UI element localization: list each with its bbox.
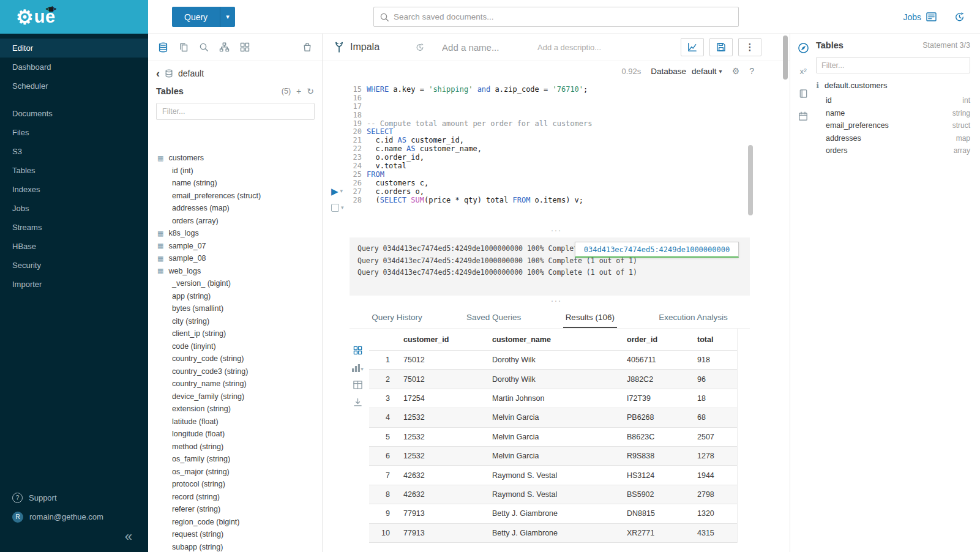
- query-description-input[interactable]: [537, 43, 614, 52]
- tree-item[interactable]: extension (string): [148, 403, 322, 416]
- column-header[interactable]: customer_name: [487, 335, 622, 344]
- code-lines[interactable]: WHERE a.key = 'shipping' and a.zip_code …: [367, 86, 743, 204]
- sidebar-item[interactable]: ▤ Documents: [0, 104, 148, 123]
- tree-item[interactable]: country_code3 (string): [148, 365, 322, 378]
- save-button[interactable]: [709, 38, 733, 56]
- sidebar-item-user[interactable]: R romain@gethue.com: [0, 507, 148, 526]
- tree-item[interactable]: latitude (float): [148, 416, 322, 428]
- column-header[interactable]: customer_id: [398, 335, 487, 344]
- search-input[interactable]: [394, 12, 733, 21]
- resize-handle[interactable]: ···: [323, 227, 790, 236]
- table-row[interactable]: 4 12532 Melvin Garcia PB6268 68: [369, 408, 737, 427]
- tree-item[interactable]: bytes (smallint): [148, 302, 322, 315]
- sidebar-item[interactable]: ☁ S3: [0, 142, 148, 161]
- chart-button[interactable]: [681, 38, 704, 56]
- more-actions-button[interactable]: ⋮: [738, 38, 761, 56]
- table-row[interactable]: 5 12532 Melvin Garcia B8623C 2507: [369, 428, 737, 447]
- add-table-icon[interactable]: +: [296, 87, 301, 95]
- resize-handle[interactable]: ···: [323, 297, 790, 306]
- sidebar-item[interactable]: </> Editor: [0, 39, 148, 58]
- table-row[interactable]: 1 75012 Dorothy Wilk 4056711 918: [369, 351, 737, 370]
- tree-item[interactable]: longitude (float): [148, 428, 322, 441]
- schedule-icon[interactable]: [798, 111, 808, 121]
- main-scrollbar[interactable]: [783, 35, 788, 80]
- sidebar-item[interactable]: ⇄ Importer: [0, 275, 148, 294]
- query-history-icon[interactable]: [954, 12, 965, 23]
- database-value[interactable]: default: [692, 67, 717, 76]
- column-row[interactable]: email_preferences struct: [816, 119, 970, 132]
- tree-item[interactable]: os_family (string): [148, 453, 322, 466]
- column-header[interactable]: total: [692, 335, 737, 344]
- table-row[interactable]: 7 42632 Raymond S. Vestal HS3124 1944: [369, 466, 737, 485]
- column-row[interactable]: id int: [816, 94, 970, 107]
- tree-item[interactable]: method (string): [148, 441, 322, 453]
- table-filter-input[interactable]: [156, 103, 315, 120]
- tree-item[interactable]: email_preferences (struct): [148, 190, 322, 203]
- query-button[interactable]: Query: [172, 7, 220, 27]
- table-row[interactable]: 10 77913 Betty J. Giambrone XR2771 4315: [369, 524, 737, 543]
- tree-item[interactable]: region_code (bigint): [148, 516, 322, 529]
- table-row[interactable]: 9 77913 Betty J. Giambrone DN8815 1320: [369, 504, 737, 523]
- editor-assistant-icon[interactable]: [798, 42, 809, 54]
- sql-databases-icon[interactable]: [158, 42, 168, 53]
- columns-icon[interactable]: [353, 381, 362, 389]
- download-icon[interactable]: [353, 398, 362, 407]
- tree-item[interactable]: protocol (string): [148, 478, 322, 491]
- result-tab[interactable]: Saved Queries: [464, 308, 523, 328]
- help-icon[interactable]: ?: [749, 66, 754, 76]
- tree-item[interactable]: client_ip (string): [148, 327, 322, 340]
- result-tab[interactable]: Query History: [369, 308, 425, 328]
- sidebar-item[interactable]: ◉ Jobs: [0, 199, 148, 218]
- settings-gear-icon[interactable]: ⚙: [732, 66, 740, 76]
- tree-item[interactable]: city (string): [148, 315, 322, 328]
- tree-item[interactable]: app (string): [148, 290, 322, 303]
- execute-button[interactable]: ▶: [331, 187, 339, 196]
- active-table-name[interactable]: default.customers: [825, 81, 888, 90]
- sidebar-item[interactable]: ▦ Tables: [0, 161, 148, 180]
- tree-item[interactable]: os_major (string): [148, 466, 322, 479]
- sidebar-item[interactable]: ≋ Streams: [0, 218, 148, 237]
- tree-item[interactable]: code (tinyint): [148, 340, 322, 353]
- table-row[interactable]: 6 12532 Melvin Garcia R9S838 1278: [369, 447, 737, 466]
- active-table-row[interactable]: ℹ default.customers: [816, 76, 970, 94]
- tree-item[interactable]: country_name (string): [148, 378, 322, 390]
- chart-view-icon[interactable]: ▾: [351, 364, 364, 372]
- table-row[interactable]: 8 42632 Raymond S. Vestal BS5902 2798: [369, 485, 737, 504]
- documents-source-icon[interactable]: [179, 42, 189, 52]
- tree-item[interactable]: record (string): [148, 491, 322, 504]
- sidebar-item[interactable]: ◷ Scheduler: [0, 76, 148, 95]
- grid-view-icon[interactable]: [353, 346, 362, 355]
- tree-item[interactable]: device_family (string): [148, 390, 322, 403]
- sidebar-item-support[interactable]: ? Support: [0, 488, 148, 507]
- result-tab[interactable]: Execution Analysis: [656, 308, 730, 328]
- tree-item[interactable]: ▦ web_logs: [148, 265, 322, 278]
- snippet-history-icon[interactable]: [415, 43, 425, 52]
- breadcrumb-database[interactable]: default: [178, 69, 204, 78]
- tree-item[interactable]: subapp (string): [148, 541, 322, 552]
- query-name-input[interactable]: [442, 42, 522, 53]
- tree-item[interactable]: ▦ sample_07: [148, 240, 322, 253]
- sidebar-item[interactable]: ▩ HBase: [0, 237, 148, 256]
- tree-item[interactable]: country_code (string): [148, 352, 322, 365]
- query-id-tooltip[interactable]: 034d413ec7474ed5:4249de1000000000: [575, 242, 739, 258]
- query-dropdown-button[interactable]: ▾: [220, 7, 235, 27]
- tree-item[interactable]: ▦ k8s_logs: [148, 227, 322, 240]
- sidebar-collapse-button[interactable]: «: [125, 530, 132, 543]
- right-filter-input[interactable]: [816, 57, 970, 73]
- search-source-icon[interactable]: [199, 42, 209, 52]
- statement-selector[interactable]: ▾: [331, 204, 344, 212]
- back-icon[interactable]: ‹: [156, 68, 160, 79]
- tree-item[interactable]: orders (array): [148, 215, 322, 228]
- tree-item[interactable]: id (int): [148, 165, 322, 177]
- refresh-icon[interactable]: ↻: [307, 87, 314, 95]
- sidebar-item[interactable]: ▣ Security: [0, 256, 148, 275]
- column-row[interactable]: addresses map: [816, 132, 970, 145]
- functions-icon[interactable]: x²: [799, 67, 806, 76]
- hue-logo[interactable]: ⚙ ue: [0, 0, 148, 34]
- apps-grid-icon[interactable]: [240, 42, 250, 52]
- hdfs-sitemap-icon[interactable]: [219, 42, 230, 52]
- info-icon[interactable]: ℹ: [816, 81, 819, 90]
- tree-item[interactable]: name (string): [148, 177, 322, 190]
- tree-item[interactable]: referer (string): [148, 503, 322, 516]
- editor-scrollbar[interactable]: [748, 145, 753, 215]
